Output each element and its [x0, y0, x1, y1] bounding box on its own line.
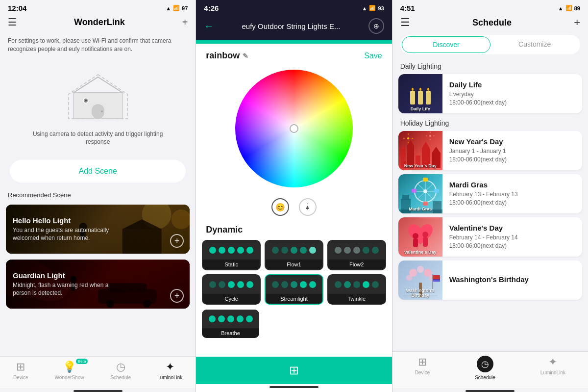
- edit-name-icon[interactable]: ✎: [243, 52, 248, 60]
- card-daily-life[interactable]: Daily Life Daily Life Everyday 18:00-06:…: [398, 74, 582, 113]
- schedule-tabs: Discover Customize: [400, 35, 580, 54]
- home-indicator-p1: [74, 390, 122, 392]
- tab-discover[interactable]: Discover: [402, 36, 491, 53]
- schedule-icon-p1: ◷: [116, 361, 125, 373]
- valentines-title: Valentine's Day: [449, 224, 518, 232]
- grid-item-flow1[interactable]: Flow1: [265, 240, 323, 270]
- card-img-washington: Washington's Birthday: [398, 261, 442, 300]
- add-icon-p3[interactable]: +: [574, 16, 580, 29]
- svg-point-36: [429, 135, 431, 137]
- wifi-icon-p1: 📶: [173, 5, 180, 11]
- teal-bar-p2: [196, 40, 392, 44]
- menu-icon-p3[interactable]: ☰: [400, 16, 410, 29]
- panel-schedule: 4:51 ▲ 📶 89 ☰ Schedule + Discover Custom…: [392, 0, 588, 392]
- cycle-dots: [203, 275, 260, 294]
- color-wheel[interactable]: [235, 70, 353, 187]
- save-button-p2[interactable]: Save: [364, 52, 382, 60]
- card-img-valentines: Valentine's Day: [398, 217, 442, 257]
- dot: [353, 281, 360, 288]
- grid-item-static[interactable]: Static: [202, 240, 261, 270]
- card-valentines[interactable]: Valentine's Day Valentine's Day February…: [398, 217, 582, 257]
- recommended-scene-label: Recommended Scene: [0, 187, 196, 202]
- add-icon-p1[interactable]: +: [182, 17, 188, 28]
- nav-luminolink-label-p1: LuminoLink: [157, 375, 182, 380]
- nav-luminolink-p3[interactable]: ✦ LuminoLink: [540, 356, 565, 380]
- grid-item-twinkle[interactable]: Twinkle: [327, 274, 386, 305]
- color-mode-icon[interactable]: 😊: [271, 198, 289, 216]
- notice-text: For settings to work, please use Wi-Fi a…: [0, 33, 196, 57]
- bottom-bar-p2[interactable]: ⊞: [196, 357, 392, 384]
- nav-device-p3[interactable]: ⊞ Device: [415, 356, 430, 380]
- washington-info: Washington's Birthday: [442, 269, 536, 291]
- nav-wondershow-p1[interactable]: 💡 Beta WonderShow: [55, 361, 84, 380]
- p3-header: ☰ Schedule +: [392, 14, 588, 35]
- dot: [237, 315, 244, 322]
- dot: [209, 281, 216, 288]
- svg-marker-1: [74, 77, 122, 93]
- tab-customize[interactable]: Customize: [490, 36, 579, 53]
- svg-marker-23: [401, 145, 406, 151]
- temp-mode-icon[interactable]: 🌡: [299, 198, 317, 216]
- dot: [228, 281, 235, 288]
- dot: [228, 247, 235, 254]
- device-icon-p1: ⊞: [16, 361, 25, 373]
- card-new-years[interactable]: New Year's Day New Year's Day January 1 …: [398, 131, 582, 170]
- signal-icon-p1: ▲: [166, 5, 171, 11]
- scene-card-hello-light[interactable]: Hello Hello Light You and the guests are…: [6, 205, 190, 254]
- device-icon-p3: ⊞: [418, 356, 427, 368]
- house-area: Using camera to detect activity and trig…: [0, 57, 196, 156]
- dot: [344, 281, 351, 288]
- panel-wonderlink: 12:04 ▲ 📶 97 ☰ WonderLink + For settings…: [0, 0, 196, 392]
- back-icon-p2[interactable]: ←: [204, 21, 214, 32]
- nav-schedule-p1[interactable]: ◷ Schedule: [110, 361, 131, 380]
- scene-card-guardian[interactable]: Guardian Light Midnight, flash a warning…: [6, 260, 190, 309]
- svg-rect-50: [434, 189, 439, 193]
- svg-rect-56: [413, 238, 418, 247]
- bottom-nav-p1: ⊞ Device 💡 Beta WonderShow ◷ Schedule ✦ …: [0, 356, 196, 388]
- luminolink-icon-p3: ✦: [548, 356, 557, 368]
- card-img-new-years: New Year's Day: [398, 131, 442, 170]
- washington-img-label: Washington's Birthday: [398, 288, 442, 298]
- color-header: rainbow ✎ Save: [196, 44, 392, 65]
- color-name-display: rainbow ✎: [206, 51, 248, 61]
- dot: [281, 281, 288, 288]
- mardi-gras-sub2: 18:00-06:00(next day): [449, 199, 518, 207]
- status-icons-p2: ▲ 📶 93: [362, 5, 384, 11]
- svg-point-62: [406, 275, 412, 281]
- daily-section-label: Daily Lighting: [392, 60, 588, 74]
- grid-item-breathe[interactable]: Breathe: [202, 310, 259, 338]
- color-wheel-container[interactable]: [196, 65, 392, 192]
- signal-icon-p3: ▲: [558, 5, 564, 11]
- beta-badge: Beta: [76, 359, 88, 364]
- dot: [209, 247, 216, 254]
- dot: [209, 315, 216, 322]
- dot: [300, 281, 307, 288]
- svg-point-4: [101, 110, 103, 112]
- time-p1: 12:04: [8, 4, 26, 12]
- nav-schedule-p3[interactable]: ◷ Schedule: [475, 356, 495, 380]
- mardi-gras-sub1: February 13 - February 13: [449, 190, 518, 199]
- grid-item-flow2[interactable]: Flow2: [327, 240, 386, 270]
- dot: [237, 281, 244, 288]
- status-icons-p1: ▲ 📶 97: [166, 5, 188, 11]
- luminolink-icon-p1: ✦: [166, 361, 174, 373]
- dot: [281, 247, 288, 254]
- card-mardi-gras[interactable]: Mardi Gras Mardi Gras February 13 - Febr…: [398, 174, 582, 213]
- status-icons-p3: ▲ 📶 89: [558, 5, 580, 11]
- nav-device-p1[interactable]: ⊞ Device: [13, 361, 28, 380]
- dot: [218, 315, 225, 322]
- p1-header: ☰ WonderLink +: [0, 14, 196, 33]
- nav-device-label-p1: Device: [13, 375, 28, 380]
- grid-item-cycle[interactable]: Cycle: [202, 274, 261, 305]
- nav-luminolink-p1[interactable]: ✦ LuminoLink: [157, 361, 182, 380]
- valentines-img-label: Valentine's Day: [398, 250, 442, 255]
- settings-icon-p2[interactable]: ⊕: [368, 18, 384, 34]
- card-washington[interactable]: Washington's Birthday Washington's Birth…: [398, 261, 582, 300]
- grid-item-streamlight[interactable]: Streamlight: [265, 274, 323, 305]
- scene-card-2-title: Guardian Light: [13, 271, 183, 280]
- dot: [353, 247, 360, 254]
- new-years-img-label: New Year's Day: [398, 163, 442, 168]
- breathe-section: Breathe: [196, 305, 392, 338]
- menu-icon-p1[interactable]: ☰: [8, 16, 17, 28]
- add-scene-button[interactable]: Add Scene: [10, 160, 186, 183]
